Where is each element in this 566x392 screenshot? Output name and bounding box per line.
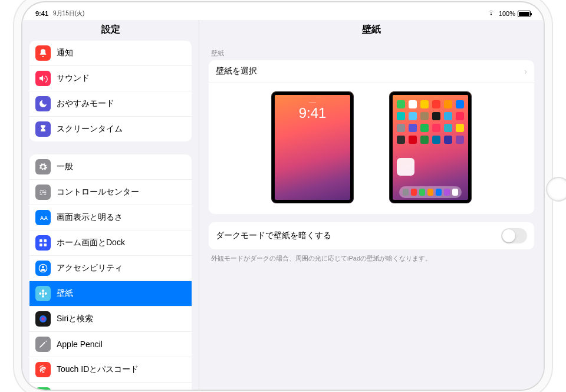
dock-app-icon [403,189,409,196]
person-icon [35,261,51,276]
svg-point-10 [39,292,41,295]
sidebar-item-notifications[interactable]: 通知 [29,41,192,66]
volume-button [14,177,17,195]
lock-screen-preview[interactable]: —— 9:41 [271,91,354,203]
sidebar-item-screentime[interactable]: スクリーンタイム [29,117,192,141]
sidebar-item-label: コントロールセンター [57,187,139,197]
sidebar-item-accessibility[interactable]: アクセシビリティ [29,256,192,281]
status-date: 9月15日(火) [53,9,84,18]
svg-rect-3 [40,243,42,246]
svg-rect-1 [40,239,42,242]
sidebar-item-label: サウンド [57,73,90,84]
svg-point-11 [45,292,47,295]
chevron-right-icon: › [524,67,527,76]
home-button[interactable] [546,177,566,202]
app-icon [456,100,464,108]
flower-icon [35,286,51,301]
app-icon [420,112,429,120]
app-icon [444,136,452,144]
sidebar-item-general[interactable]: 一般 [29,154,192,180]
dock-app-icon [419,189,425,196]
wallpaper-card: 壁紙を選択 › —— 9:41 [209,60,534,214]
svg-point-6 [42,266,44,268]
fingerprint-icon [35,362,51,377]
sidebar-item-touchid[interactable]: Touch IDとパスコード [29,357,192,383]
choose-wallpaper-row[interactable]: 壁紙を選択 › [209,60,534,83]
sidebar-item-label: Apple Pencil [57,340,103,349]
hourglass-icon [35,121,51,137]
app-icon [456,136,464,144]
section-header-wallpaper: 壁紙 [211,49,532,58]
app-icon [456,124,464,132]
app-icon [432,112,440,120]
app-icon [432,124,440,132]
AA-icon: AA [35,210,51,225]
app-icon [409,124,417,132]
dock-app-icon [452,189,458,196]
app-icon [420,100,429,108]
app-icon [397,112,405,120]
app-icon [397,136,405,144]
settings-sidebar: 設定 通知サウンドおやすみモードスクリーンタイム一般コントロールセンターAA画面… [22,20,199,390]
moon-icon [35,96,51,111]
detail-pane: 壁紙 壁紙 壁紙を選択 › —— 9:41 [199,20,544,390]
svg-point-9 [42,295,44,298]
speaker-icon [35,71,51,86]
dock-app-icon [444,189,450,196]
sidebar-item-sounds[interactable]: サウンド [29,66,192,91]
svg-rect-4 [44,243,47,246]
svg-point-8 [42,289,44,292]
svg-point-12 [40,315,47,322]
app-icon [432,100,440,108]
sidebar-item-siri[interactable]: Siriと検索 [29,307,192,332]
app-icon [397,100,405,108]
app-icon [444,112,452,120]
detail-title: 壁紙 [199,20,544,41]
siri-icon [35,311,51,327]
sidebar-item-label: Touch IDとパスコード [57,364,139,375]
widget-icon [397,158,414,176]
svg-rect-2 [44,239,47,242]
app-icon [444,100,452,108]
sidebar-group: 一般コントロールセンターAA画面表示と明るさホーム画面とDockアクセシビリティ… [29,154,192,390]
dark-dim-label: ダークモードで壁紙を暗くする [216,230,501,241]
sidebar-item-label: 一般 [57,162,73,172]
sliders-icon [35,185,51,200]
dark-dim-footer: 外観モードがダークの場合、周囲の光に応じてiPadの壁紙が暗くなります。 [209,249,534,268]
sidebar-item-wallpaper[interactable]: 壁紙 [29,281,192,307]
app-icon [409,100,417,108]
sidebar-item-battery[interactable]: バッテリー [29,383,192,390]
app-icon [409,136,417,144]
wifi-icon [487,10,495,17]
dock-app-icon [427,189,433,196]
home-screen-preview[interactable] [389,91,472,203]
status-bar: 9:41 9月15日(火) 100% [22,8,544,19]
sidebar-item-label: おやすみモード [57,98,114,109]
sidebar-item-display[interactable]: AA画面表示と明るさ [29,205,192,230]
status-time: 9:41 [35,10,48,17]
pencil-icon [35,337,51,352]
sidebar-item-pencil[interactable]: Apple Pencil [29,332,192,357]
bell-icon [35,45,51,61]
sidebar-item-dnd[interactable]: おやすみモード [29,91,192,117]
app-icon [397,124,405,132]
app-icon [420,136,429,144]
gear-icon [35,159,51,174]
app-icon [444,124,452,132]
battery-icon [35,387,51,390]
wallpaper-previews: —— 9:41 [209,83,534,214]
app-icon [420,124,429,132]
sidebar-item-label: 画面表示と明るさ [57,212,123,223]
sidebar-item-label: 通知 [57,48,73,58]
sidebar-scroll[interactable]: 通知サウンドおやすみモードスクリーンタイム一般コントロールセンターAA画面表示と… [22,41,199,390]
battery-percent: 100% [499,10,515,17]
sidebar-item-label: Siriと検索 [57,314,93,324]
sidebar-title: 設定 [22,20,199,41]
sidebar-item-home-dock[interactable]: ホーム画面とDock [29,230,192,256]
ipad-frame: 9:41 9月15日(火) 100% 設定 通知サウンドおやすみモードスクリーン… [22,2,544,390]
dark-dim-toggle[interactable] [501,228,527,243]
app-icon [409,112,417,120]
sidebar-item-control-center[interactable]: コントロールセンター [29,180,192,205]
sidebar-item-label: 壁紙 [57,288,73,299]
app-icon [456,112,464,120]
